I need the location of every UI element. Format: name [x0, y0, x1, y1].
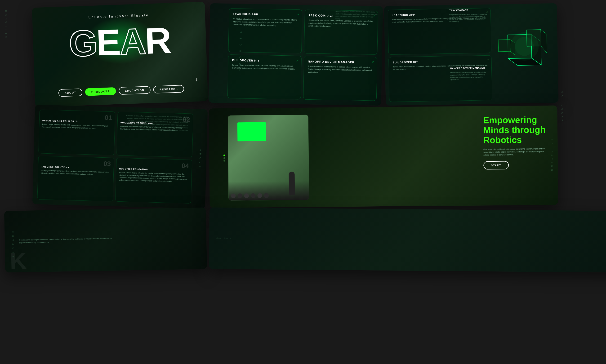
products-grid: ↗ LEARNHUB APP An intuitive educational …: [227, 8, 378, 101]
edu-title-block: Empowering Minds through Robotics Gear's…: [483, 115, 546, 170]
sidebar-right-text: E D U C A T I O N: [561, 90, 606, 121]
edu-dot-2[interactable]: [224, 157, 225, 159]
cubes-svg: [488, 22, 551, 85]
product-nanopro: ↗ NANOPRO DEVICE MANAGER Streamline cont…: [303, 56, 377, 101]
nanopro-text: Streamline control and monitoring of mul…: [308, 65, 373, 75]
about-vertical-text: A B O U T: [199, 149, 202, 168]
tc-nanopro-desc: NANOPRO DEVICE MANAGER Streamline contro…: [450, 66, 488, 81]
slide-bottom-right: Gear Team: [209, 207, 606, 273]
feature-text-1: Robust Design, Reliable Results: With a …: [42, 123, 112, 130]
svg-marker-4: [541, 29, 547, 53]
feature-precision: 01 PRECISION AND RELIABILITY Robust Desi…: [38, 110, 115, 155]
edu-vertical-text: E D U C A T I O N: [550, 139, 553, 172]
gear-logo-e: E: [96, 22, 120, 63]
slide-about: A B O U T Welcome to Gear, where innovat…: [32, 105, 208, 209]
corner-arrow-4: ↗: [371, 60, 374, 64]
edu-title-line2: Minds through: [483, 125, 546, 135]
edu-dot-1[interactable]: [224, 155, 225, 156]
product-taskcompact: ↗ TASK COMPACT Designed for specialized …: [304, 10, 378, 55]
nav-education[interactable]: EDUCATION: [119, 86, 151, 95]
slide-gear: Educate Innovate Elevate GEAR ABOUT PROD…: [32, 2, 208, 107]
taskcompact-title: TASK COMPACT: [309, 14, 374, 18]
taskcompact-text: Designed for specialized tasks, TaskMate…: [308, 19, 374, 29]
feature-text-3: Engaging Learning Experiences: Gear tran…: [41, 169, 111, 176]
research-body-text: Our research is pushing the boundaries. …: [19, 237, 114, 245]
svg-marker-5: [498, 39, 510, 52]
learnhub-text: An intuitive educational app that comple…: [233, 17, 298, 27]
slide-research: K R E S E A R C H Our research is pushin…: [4, 208, 207, 273]
product-learnhub: ↗ LEARNHUB APP An intuitive educational …: [228, 8, 302, 53]
edu-photo: [228, 115, 309, 201]
sidebar-left: R E S E A R C H: [5, 5, 31, 206]
edu-title-line1: Empowering: [483, 115, 546, 125]
edu-green-screen: [237, 122, 266, 141]
edu-photo-inner: [228, 115, 309, 201]
edu-dots: [224, 155, 225, 162]
buildrover-title: BUILDROVER KIT: [232, 58, 297, 63]
nanopro-title: NANOPRO DEVICE MANAGER: [308, 60, 373, 64]
sidebar-right: E D U C A T I O N: [561, 5, 606, 206]
scroll-arrow[interactable]: ↓: [195, 76, 198, 83]
corner-arrow-3: ↗: [295, 59, 298, 63]
edu-main-title: Empowering Minds through Robotics: [483, 115, 546, 145]
cubes-container: [486, 8, 554, 99]
slide-education: Empowering Minds through Robotics Gear's…: [209, 105, 558, 208]
tc-title: TASK COMPACT: [449, 8, 487, 12]
feature-robotics-edu: 04 ROBOTICS EDUCATION At Gear, we're res…: [115, 158, 192, 204]
nav-buttons: ABOUT PRODUCTS EDUCATION RESEARCH: [58, 85, 184, 97]
research-vertical-text: R E S E A R C H: [12, 226, 15, 258]
sidebar-left-text: R E S E A R C H: [5, 10, 31, 38]
edu-title-line3: Robotics: [483, 135, 546, 145]
nav-research[interactable]: RESEARCH: [153, 85, 184, 94]
edu-dot-3[interactable]: [224, 160, 225, 162]
tc-description: TASK COMPACT Designed for specialized ta…: [449, 8, 487, 23]
nav-products[interactable]: PRODUCTS: [85, 87, 116, 96]
audience-heads: [231, 193, 309, 198]
gear-logo: GEAR: [33, 21, 207, 63]
gear-logo-g: G: [68, 23, 97, 64]
learnhub-title: LEARNHUB APP: [233, 12, 298, 17]
gear-logo-r: R: [144, 20, 171, 62]
tc-desc-text: Designed for specialized tasks, TaskMate…: [449, 13, 487, 23]
product-buildrover: ↗ BUILDROVER KIT Beyond robots, the Buil…: [227, 54, 302, 99]
slide-products: P R O D U C T S Dive into the world of i…: [208, 3, 383, 106]
feature-tailored: 03 TAILORED SOLUTIONS Engaging Learning …: [37, 156, 114, 201]
corner-arrow-1: ↗: [296, 13, 299, 16]
bottom-page-num: Gear Team: [216, 237, 231, 240]
person-silhouette: [289, 172, 295, 195]
nav-about[interactable]: ABOUT: [58, 89, 82, 97]
tc-nanopro-text: Streamline control and monitoring of mul…: [450, 71, 486, 80]
edu-start-button[interactable]: START: [483, 161, 509, 170]
feature-text-4: At Gear, we're reshaping education by in…: [119, 171, 189, 183]
corner-arrow-2: ↗: [372, 14, 375, 18]
buildrover-text: Beyond robots, the BuildRover Kit expand…: [232, 64, 297, 71]
feature-innovative: 02 INNOVATIVE TECHNOLOGY Pioneering the …: [117, 112, 193, 157]
slide-taskcompact: ↗ LEARNHUB APP An intuitive educational …: [384, 3, 558, 106]
gear-logo-a: A: [119, 21, 145, 63]
tc-nanopro-title: NANOPRO DEVICE MANAGER: [450, 66, 488, 70]
tc-corner-2: ↗: [487, 58, 489, 61]
tc-buildrover-title: BUILDROVER KIT: [393, 59, 487, 64]
about-features: 01 PRECISION AND RELIABILITY Robust Desi…: [37, 110, 193, 204]
feature-text-2: Pioneering the Future: Gear leads the wa…: [120, 125, 190, 132]
edu-subtitle: Gear's commitment to education goes beyo…: [483, 147, 545, 156]
